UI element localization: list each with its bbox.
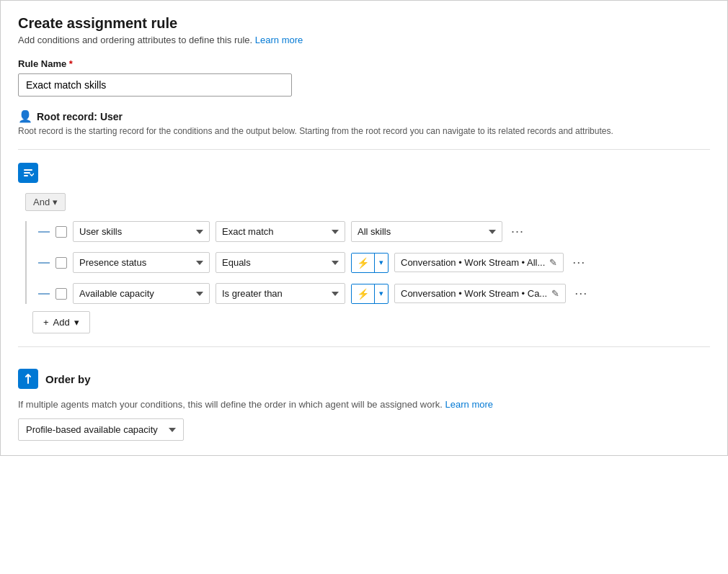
rule-name-label: Rule Name * xyxy=(18,58,710,69)
condition-value-text-2: Conversation • Work Stream • All... xyxy=(401,257,545,268)
and-chevron-icon: ▾ xyxy=(53,197,58,207)
order-by-header: Order by xyxy=(18,369,710,389)
lightning-icon-3[interactable]: ⚡ xyxy=(352,284,375,303)
root-record-section: 👤 Root record: User Root record is the s… xyxy=(18,109,710,136)
condition-checkbox-1[interactable] xyxy=(56,226,67,238)
conditions-container: And ▾ User skills Presence status Availa… xyxy=(25,193,710,333)
and-label: And xyxy=(33,197,50,207)
conditions-list: User skills Presence status Available ca… xyxy=(25,221,710,304)
order-by-select[interactable]: Profile-based available capacity Least a… xyxy=(18,418,184,441)
page-title: Create assignment rule xyxy=(18,15,710,32)
condition-field-3[interactable]: Available capacity User skills Presence … xyxy=(73,283,210,304)
condition-row: User skills Presence status Available ca… xyxy=(38,221,710,242)
order-by-icon xyxy=(18,369,38,389)
condition-checkbox-2[interactable] xyxy=(56,257,67,269)
more-options-1[interactable]: ··· xyxy=(508,223,527,241)
order-by-section: Order by If multiple agents match your c… xyxy=(18,369,710,441)
page-subtitle: Add conditions and ordering attributes t… xyxy=(18,35,710,45)
condition-row: Presence status User skills Available ca… xyxy=(38,252,710,273)
condition-row: Available capacity User skills Presence … xyxy=(38,283,710,304)
dynamic-chevron-3[interactable]: ▾ xyxy=(375,285,388,302)
condition-field-2[interactable]: Presence status User skills Available ca… xyxy=(73,252,210,273)
more-options-3[interactable]: ··· xyxy=(572,284,590,302)
order-by-desc: If multiple agents match your conditions… xyxy=(18,399,710,410)
connector-line xyxy=(38,231,50,233)
rule-name-section: Rule Name * xyxy=(18,58,710,97)
condition-value-text-3: Conversation • Work Stream • Ca... xyxy=(401,288,547,299)
more-options-2[interactable]: ··· xyxy=(569,254,588,272)
root-record-desc: Root record is the starting record for t… xyxy=(18,126,667,136)
condition-field-1[interactable]: User skills Presence status Available ca… xyxy=(73,221,210,242)
order-by-desc-text: If multiple agents match your conditions… xyxy=(18,399,443,410)
lightning-icon-2[interactable]: ⚡ xyxy=(352,254,375,272)
subtitle-text: Add conditions and ordering attributes t… xyxy=(18,35,252,45)
plus-icon: + xyxy=(43,317,49,328)
order-by-learn-more[interactable]: Learn more xyxy=(445,399,493,410)
rule-name-input[interactable] xyxy=(18,73,292,97)
edit-icon-3[interactable]: ✎ xyxy=(551,288,559,299)
condition-operator-2[interactable]: Equals xyxy=(216,252,345,273)
add-condition-button[interactable]: + Add ▾ xyxy=(32,311,90,333)
add-chevron-icon: ▾ xyxy=(74,317,79,328)
root-record-header: 👤 Root record: User xyxy=(18,109,710,123)
condition-operator-3[interactable]: Is greater than xyxy=(216,283,345,304)
conditions-icon xyxy=(18,163,38,183)
condition-checkbox-3[interactable] xyxy=(56,288,67,300)
root-record-label: Root record: User xyxy=(37,111,123,122)
learn-more-link[interactable]: Learn more xyxy=(255,35,303,45)
add-label: Add xyxy=(53,317,70,328)
condition-operator-1[interactable]: Exact match xyxy=(216,221,345,242)
order-by-title: Order by xyxy=(45,373,91,385)
connector-line xyxy=(38,293,50,295)
condition-value-1[interactable]: All skills xyxy=(351,221,502,242)
connector-line xyxy=(38,262,50,264)
condition-value-display-3: Conversation • Work Stream • Ca... ✎ xyxy=(394,284,566,303)
dynamic-value-btn-2[interactable]: ⚡ ▾ xyxy=(351,253,389,273)
dynamic-chevron-2[interactable]: ▾ xyxy=(375,254,388,271)
edit-icon-2[interactable]: ✎ xyxy=(549,257,557,268)
and-dropdown[interactable]: And ▾ xyxy=(25,193,66,211)
conditions-section-header xyxy=(18,163,710,183)
user-icon: 👤 xyxy=(18,109,32,123)
dynamic-value-btn-3[interactable]: ⚡ ▾ xyxy=(351,284,389,304)
condition-value-display-2: Conversation • Work Stream • All... ✎ xyxy=(394,253,564,272)
